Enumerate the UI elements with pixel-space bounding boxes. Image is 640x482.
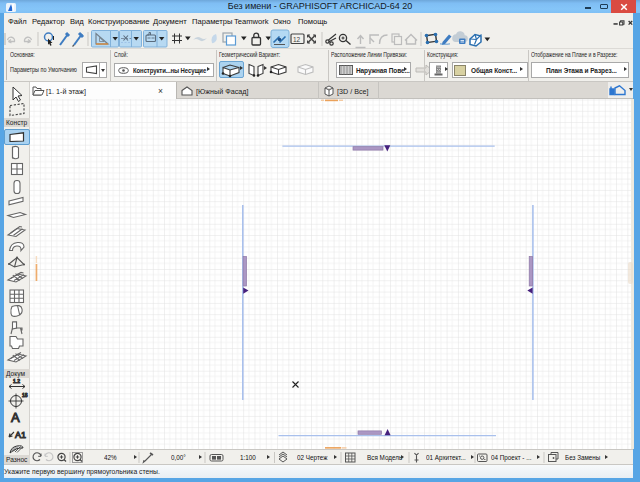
svg-text:A: A: [11, 410, 20, 425]
svg-text:1.2: 1.2: [13, 378, 20, 384]
svg-text:A1: A1: [15, 430, 26, 440]
svg-text:18: 18: [22, 392, 28, 398]
svg-text:12: 12: [293, 36, 301, 43]
